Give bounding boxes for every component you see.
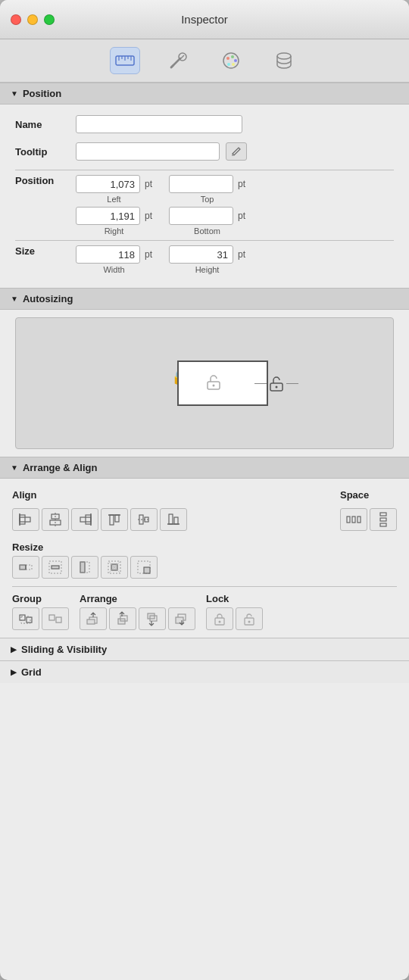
position-section-header[interactable]: ▼ Position — [0, 83, 409, 105]
database-tab[interactable] — [269, 47, 299, 74]
size-row: Size pt Width pt Height — [15, 245, 394, 274]
palette-tab[interactable] — [216, 47, 246, 74]
ruler-tab[interactable] — [110, 47, 140, 74]
minimize-button[interactable] — [27, 14, 38, 25]
arrange-group: Arrange — [80, 593, 195, 630]
send-backward-button[interactable] — [139, 607, 166, 630]
top-pt-label: pt — [238, 179, 245, 189]
tooltip-edit-button[interactable] — [226, 142, 247, 161]
bottom-input[interactable] — [169, 207, 233, 225]
group-buttons — [12, 607, 69, 630]
position-row: Position pt Left pt Top — [15, 175, 394, 204]
svg-rect-45 — [380, 518, 386, 521]
lock-buttons — [206, 607, 263, 630]
svg-rect-47 — [20, 565, 26, 570]
group-label: Group — [12, 593, 69, 604]
autosizing-section-header[interactable]: ▼ Autosizing — [0, 288, 409, 310]
align-right-icon — [77, 512, 92, 527]
svg-rect-46 — [380, 523, 386, 526]
lock-button[interactable] — [206, 607, 233, 630]
left-input[interactable] — [76, 175, 140, 193]
align-bottom-button[interactable] — [160, 508, 187, 531]
resize-5-button[interactable] — [130, 556, 158, 579]
send-back-button[interactable] — [168, 607, 195, 630]
svg-point-22 — [213, 384, 215, 386]
space-h-button[interactable] — [340, 508, 367, 531]
sliding-arrow: ▶ — [11, 645, 17, 654]
svg-rect-42 — [352, 517, 355, 523]
arrange-buttons — [80, 607, 195, 630]
svg-rect-58 — [27, 617, 32, 623]
rightbottom-row: pt Right pt Bottom — [15, 207, 394, 236]
resize-1-button[interactable] — [12, 556, 39, 579]
position-arrow: ▼ — [11, 89, 18, 98]
arrange-label: Arrange — [80, 593, 195, 604]
resize-2-button[interactable] — [42, 556, 69, 579]
size-label: Size — [15, 245, 70, 257]
space-buttons — [340, 508, 397, 531]
resize-4-button[interactable] — [101, 556, 128, 579]
ungroup-icon — [48, 611, 63, 626]
right-lock[interactable] — [254, 375, 298, 392]
bring-forward-icon — [115, 611, 130, 626]
close-button[interactable] — [11, 14, 21, 25]
space-h-icon — [346, 512, 361, 527]
arrange-section-header[interactable]: ▼ Arrange & Align — [0, 457, 409, 479]
resize-4-icon — [107, 560, 122, 575]
svg-rect-51 — [80, 562, 85, 573]
send-back-icon — [174, 611, 189, 626]
svg-rect-23 — [20, 515, 25, 524]
width-sub-label: Width — [103, 265, 124, 274]
align-top-button[interactable] — [101, 508, 128, 531]
unlock-button[interactable] — [236, 607, 263, 630]
position-section-content: Name Tooltip Position pt Lef — [0, 105, 409, 288]
width-pt-label: pt — [145, 249, 152, 260]
top-input[interactable] — [169, 175, 233, 193]
toolbar — [0, 39, 409, 83]
name-row: Name — [15, 115, 394, 133]
svg-rect-61 — [56, 617, 61, 623]
sliding-section-header[interactable]: ▶ Sliding & Visibility — [0, 638, 409, 660]
ruler-icon — [114, 50, 136, 71]
maximize-button[interactable] — [44, 14, 55, 25]
svg-rect-60 — [49, 615, 55, 620]
window-controls — [11, 14, 55, 25]
tooltip-input[interactable] — [76, 142, 220, 161]
svg-rect-32 — [110, 515, 114, 525]
grid-arrow: ▶ — [11, 668, 17, 676]
align-right-button[interactable] — [71, 508, 98, 531]
arrange-header-label: Arrange & Align — [23, 462, 97, 473]
grid-section-header[interactable]: ▶ Grid — [0, 660, 409, 683]
resize-header-row: Resize — [12, 538, 397, 553]
height-input[interactable] — [169, 245, 233, 264]
tooltip-row: Tooltip — [15, 142, 394, 161]
tooltip-label: Tooltip — [15, 146, 70, 158]
bring-forward-button[interactable] — [109, 607, 136, 630]
pencil-icon — [231, 146, 242, 157]
group-arrange-lock-row: Group Arrange — [12, 593, 397, 630]
align-center-h-button[interactable] — [42, 508, 69, 531]
bring-front-button[interactable] — [80, 607, 107, 630]
svg-rect-44 — [380, 513, 386, 516]
align-bottom-icon — [166, 512, 181, 527]
width-input[interactable] — [76, 245, 140, 264]
svg-point-12 — [231, 55, 234, 58]
lock-icon — [212, 611, 227, 626]
svg-point-73 — [248, 621, 251, 623]
right-lock-icon — [268, 375, 285, 392]
align-center-v-button[interactable] — [130, 508, 158, 531]
tools-tab[interactable] — [163, 47, 193, 74]
align-left-button[interactable] — [12, 508, 39, 531]
space-v-button[interactable] — [370, 508, 397, 531]
group-group: Group — [12, 593, 69, 630]
resize-3-button[interactable] — [71, 556, 98, 579]
autosizing-header-label: Autosizing — [23, 293, 73, 304]
bottom-lock[interactable] — [205, 373, 222, 394]
ungroup-button[interactable] — [42, 607, 69, 630]
group-button[interactable] — [12, 607, 39, 630]
name-input[interactable] — [76, 115, 242, 133]
autosizing-inner: 🔒 — [106, 330, 303, 436]
align-center-v-icon — [136, 512, 151, 527]
svg-rect-41 — [347, 517, 350, 523]
right-input[interactable] — [76, 207, 140, 225]
